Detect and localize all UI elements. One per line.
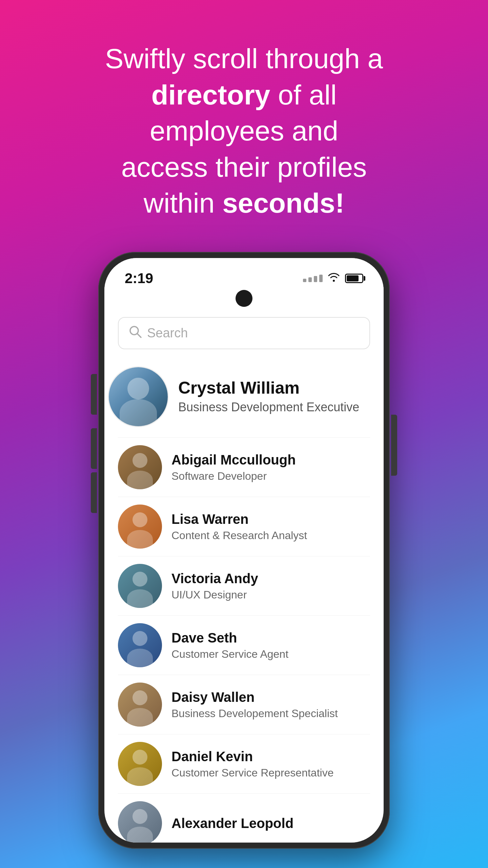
employee-title: Business Developement Specialist xyxy=(171,707,338,720)
list-item[interactable]: Crystal William Business Development Exe… xyxy=(104,359,384,437)
avatar xyxy=(118,623,162,667)
employee-info: Victoria Andy UI/UX Designer xyxy=(171,570,258,601)
hero-line5: within xyxy=(144,188,215,218)
signal-icon xyxy=(303,275,323,282)
phone-shell: 2:19 xyxy=(98,252,390,849)
employee-name: Alexander Leopold xyxy=(171,815,293,831)
employee-name: Daniel Kevin xyxy=(171,748,333,765)
list-item[interactable]: Victoria Andy UI/UX Designer xyxy=(104,556,384,615)
hero-bold1: directory xyxy=(151,79,270,110)
employee-name: Abigail Mccullough xyxy=(171,452,296,468)
list-item[interactable]: Daniel Kevin Customer Service Representa… xyxy=(104,734,384,793)
employee-title: Customer Service Representative xyxy=(171,767,333,779)
phone-mockup: 2:19 xyxy=(98,252,390,849)
search-bar-wrapper: Search xyxy=(104,310,384,359)
search-placeholder: Search xyxy=(147,326,188,340)
list-item[interactable]: Dave Seth Customer Service Agent xyxy=(104,616,384,675)
list-item[interactable]: Daisy Wallen Business Developement Speci… xyxy=(104,675,384,734)
employee-info: Daniel Kevin Customer Service Representa… xyxy=(171,748,333,779)
search-bar[interactable]: Search xyxy=(118,317,370,349)
employee-info: Crystal William Business Development Exe… xyxy=(178,379,359,414)
wifi-icon xyxy=(327,272,340,284)
camera-area xyxy=(104,290,384,310)
hero-line4: access their profiles xyxy=(121,152,367,182)
avatar xyxy=(118,683,162,727)
hero-section: Swiftly scroll through a directory of al… xyxy=(78,41,410,221)
employee-title: Customer Service Agent xyxy=(171,648,288,660)
avatar xyxy=(118,801,162,843)
hero-line2: of all xyxy=(278,79,337,110)
avatar xyxy=(118,742,162,786)
avatar xyxy=(108,366,169,427)
hero-line1: Swiftly scroll through a xyxy=(105,43,383,74)
svg-line-1 xyxy=(137,334,141,337)
status-icons xyxy=(303,272,363,284)
employee-info: Daisy Wallen Business Developement Speci… xyxy=(171,689,338,720)
battery-icon xyxy=(345,274,363,283)
employee-title: Software Developer xyxy=(171,470,296,482)
employee-name: Daisy Wallen xyxy=(171,689,338,705)
phone-screen: 2:19 xyxy=(104,258,384,843)
employee-title: UI/UX Designer xyxy=(171,589,258,601)
employee-name: Dave Seth xyxy=(171,630,288,646)
employee-info: Alexander Leopold xyxy=(171,815,293,831)
employee-info: Dave Seth Customer Service Agent xyxy=(171,630,288,660)
employee-title: Content & Research Analyst xyxy=(171,529,307,542)
search-icon xyxy=(129,325,142,341)
avatar xyxy=(118,564,162,608)
camera-dot xyxy=(236,290,252,307)
list-item[interactable]: Abigail Mccullough Software Developer xyxy=(104,438,384,497)
status-bar: 2:19 xyxy=(104,258,384,290)
employee-title: Business Development Executive xyxy=(178,400,359,414)
hero-bold2: seconds! xyxy=(222,188,344,218)
avatar xyxy=(118,445,162,489)
employee-info: Abigail Mccullough Software Developer xyxy=(171,452,296,482)
employee-name: Lisa Warren xyxy=(171,511,307,527)
employee-name: Crystal William xyxy=(178,379,359,397)
avatar xyxy=(118,505,162,549)
employee-info: Lisa Warren Content & Research Analyst xyxy=(171,511,307,542)
employee-list: Crystal William Business Development Exe… xyxy=(104,359,384,843)
status-time: 2:19 xyxy=(125,270,153,287)
list-item[interactable]: Alexander Leopold xyxy=(104,794,384,843)
employee-name: Victoria Andy xyxy=(171,570,258,587)
hero-line3: employees and xyxy=(150,115,338,146)
list-item[interactable]: Lisa Warren Content & Research Analyst xyxy=(104,497,384,556)
